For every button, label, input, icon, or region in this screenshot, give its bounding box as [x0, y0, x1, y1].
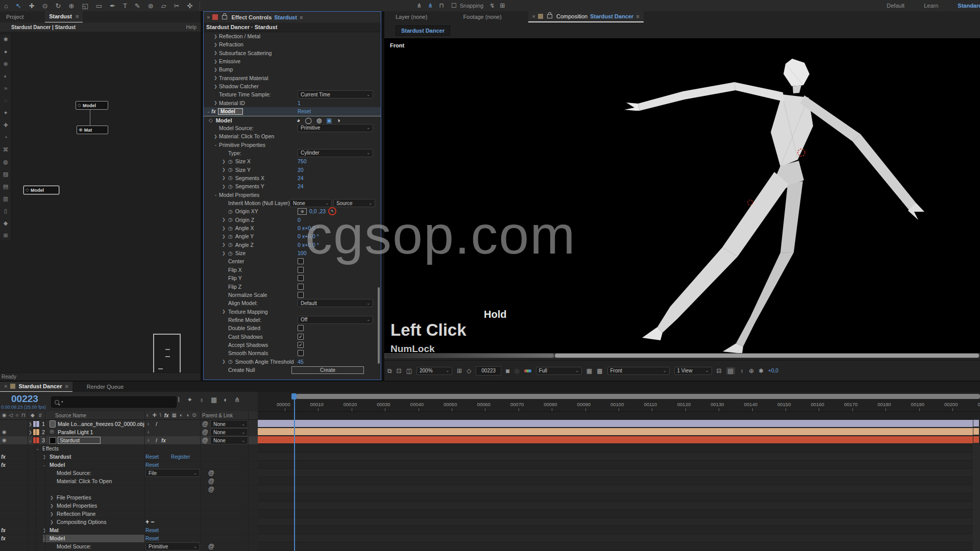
audio-column-icon[interactable]: ◁: [9, 413, 13, 418]
layer-row-1[interactable]: ❯1Male Lo...ance_freezes 02_0000.obj♁/@N…: [0, 420, 258, 429]
ec-row-double-sided[interactable]: Double Sided: [204, 324, 381, 332]
property-row-model-source-[interactable]: Model Source:File⌄@: [0, 469, 258, 478]
property-dropdown[interactable]: Off⌄: [298, 316, 373, 324]
null-layer-dropdown[interactable]: None⌄: [290, 199, 332, 207]
home-tool-icon[interactable]: ⌂: [4, 3, 8, 9]
timeline-graph-area[interactable]: 0000000010000200003000040000500006000070…: [258, 392, 980, 551]
model-mode-icon-2[interactable]: ◍: [316, 117, 322, 123]
panel-menu-icon[interactable]: ≡: [65, 383, 68, 389]
pickwhip-icon[interactable]: @: [202, 437, 208, 444]
ec-row-size-y[interactable]: ❯◷Size Y20: [204, 166, 381, 174]
property-value[interactable]: 0 x+0,0 °: [298, 233, 319, 239]
close-icon[interactable]: ×: [207, 14, 210, 20]
chevron-down-icon[interactable]: ⌄: [36, 446, 40, 451]
snapping-checkbox[interactable]: ☐: [451, 3, 457, 9]
adjustment-icon[interactable]: ◑: [186, 413, 189, 418]
ec-row-flip-z[interactable]: Flip Z: [204, 283, 381, 291]
node-model[interactable]: ◇ Model: [76, 101, 108, 110]
node-type-icon[interactable]: ≈: [4, 86, 7, 91]
create-button[interactable]: Create: [291, 366, 364, 374]
stopwatch-icon[interactable]: ◷: [228, 175, 233, 181]
model-mode-icon-1[interactable]: ◯: [305, 117, 311, 123]
tab-render-queue[interactable]: Render Queue: [87, 384, 124, 390]
magnification-select[interactable]: 200%⌄: [416, 367, 452, 375]
property-value[interactable]: 1: [298, 100, 301, 106]
comp-viewer[interactable]: Front Hold Left Click Nu: [384, 38, 980, 353]
hide-shy-icon[interactable]: ♁: [199, 396, 204, 403]
time-navigator-bar[interactable]: [296, 394, 980, 399]
layer-band-1[interactable]: [258, 420, 973, 427]
node-type-icon[interactable]: ◔: [4, 135, 8, 140]
fx-column-icon[interactable]: fx: [164, 413, 169, 418]
property-row-model-source-[interactable]: Model Source:Primitive⌄@: [0, 542, 258, 551]
ec-row-angle-z[interactable]: ❯◷Angle Z0 x+0,0 °: [204, 241, 381, 249]
layer-name[interactable]: Stardust: [58, 437, 101, 444]
pan-behind-tool-icon[interactable]: ◱: [82, 3, 88, 9]
fast-previews-icon[interactable]: ▤: [726, 367, 735, 374]
ec-row-reflection-metal[interactable]: ❯Reflection / Metal: [204, 32, 381, 40]
property-row-model[interactable]: fx⌄ModelReset: [0, 461, 258, 469]
reset-link[interactable]: Reset: [145, 454, 159, 460]
flowchart-icon[interactable]: ⊕: [749, 368, 754, 374]
layer-name[interactable]: Parallel Light 1: [58, 429, 93, 435]
chevron-right-icon[interactable]: ❯: [222, 159, 227, 164]
property-row-stardust[interactable]: fx❯StardustResetRegister: [0, 453, 258, 461]
model-mode-icon-4[interactable]: ◑: [337, 117, 340, 123]
stopwatch-icon[interactable]: ◷: [228, 359, 233, 364]
reset-link[interactable]: Reset: [145, 536, 159, 541]
zoom-tool-icon[interactable]: ⊙: [42, 3, 48, 9]
node-type-icon[interactable]: ✦: [3, 110, 8, 116]
property-row-model[interactable]: fx⌄ModelReset: [0, 534, 258, 543]
workspace-default[interactable]: Default: [887, 3, 904, 9]
property-value[interactable]: 0: [298, 217, 301, 223]
ec-row-normalize-scale[interactable]: Normalize Scale: [204, 291, 381, 299]
stopwatch-icon[interactable]: ◷: [228, 242, 233, 247]
pen-tool-icon[interactable]: ✒: [110, 3, 115, 9]
origin-xy-text[interactable]: 0,0 ,23: [309, 208, 326, 214]
ec-row-angle-y[interactable]: ❯◷Angle Y0 x+0,0 °: [204, 232, 381, 240]
help-button[interactable]: Help: [186, 24, 197, 30]
shy-icon[interactable]: ♁: [145, 413, 150, 418]
model-mode-icon-0[interactable]: ◕: [297, 117, 300, 123]
source-name-column[interactable]: Source Name: [55, 413, 86, 418]
viewer-hscroll[interactable]: [384, 353, 980, 358]
threed-icon[interactable]: ⊙: [192, 413, 196, 418]
snap-features-icon[interactable]: ⊞: [500, 3, 505, 9]
stopwatch-icon[interactable]: ◷: [228, 226, 233, 231]
chevron-right-icon[interactable]: ❯: [214, 34, 218, 39]
world-axis-mode-icon[interactable]: ⋔: [428, 3, 433, 9]
tab-timeline-comp[interactable]: × Stardust Dancer ≡: [0, 382, 72, 392]
property-row-compositing-options[interactable]: ❯Compositing Options+ −: [0, 518, 258, 527]
property-checkbox[interactable]: [298, 292, 304, 298]
node-type-icon[interactable]: ◐: [4, 73, 8, 79]
node-type-icon[interactable]: ▤: [3, 184, 8, 189]
view-select[interactable]: Front⌄: [607, 367, 670, 375]
grid-guides-icon[interactable]: ⊞: [457, 368, 462, 374]
eye-icon[interactable]: ◉: [2, 438, 7, 443]
ec-row-bump[interactable]: ❯Bump: [204, 65, 381, 73]
chevron-right-icon[interactable]: ❯: [222, 167, 227, 172]
mask-toggle-icon[interactable]: ◇: [467, 368, 471, 374]
ec-row-material-id[interactable]: ❯Material ID1: [204, 99, 381, 107]
ec-row-flip-x[interactable]: Flip X: [204, 266, 381, 274]
ec-row-segments-x[interactable]: ❯◷Segments X24: [204, 174, 381, 182]
stopwatch-icon[interactable]: ◷: [228, 159, 233, 164]
rotation-tool-icon[interactable]: ↻: [56, 3, 61, 9]
exposure-value[interactable]: +0,0: [768, 368, 778, 373]
chevron-down-icon[interactable]: ⌄: [214, 142, 218, 147]
frame-blending-icon[interactable]: ▦: [211, 396, 217, 403]
ec-row-model[interactable]: ⌄fxModelReset: [204, 107, 381, 115]
layer-row-3[interactable]: ◉⌄3Stardust♁/fx@None⌄: [0, 436, 258, 445]
motion-blur-icon[interactable]: ◐: [224, 396, 228, 403]
node-type-icon[interactable]: ▥: [3, 196, 8, 202]
tab-stardust[interactable]: Stardust ≡: [45, 11, 83, 23]
clone-stamp-tool-icon[interactable]: ⊚: [148, 3, 154, 9]
collapse-icon[interactable]: ✚: [153, 413, 157, 418]
property-row-material-click-to-open[interactable]: Material: Click To Open@: [0, 477, 258, 486]
property-value[interactable]: 100: [298, 250, 307, 256]
property-checkbox[interactable]: [298, 350, 304, 356]
chevron-right-icon[interactable]: ❯: [222, 251, 227, 256]
ec-row-flip-y[interactable]: Flip Y: [204, 274, 381, 282]
region-of-interest-icon[interactable]: ▦: [586, 368, 592, 374]
chevron-right-icon[interactable]: ❯: [222, 184, 227, 189]
